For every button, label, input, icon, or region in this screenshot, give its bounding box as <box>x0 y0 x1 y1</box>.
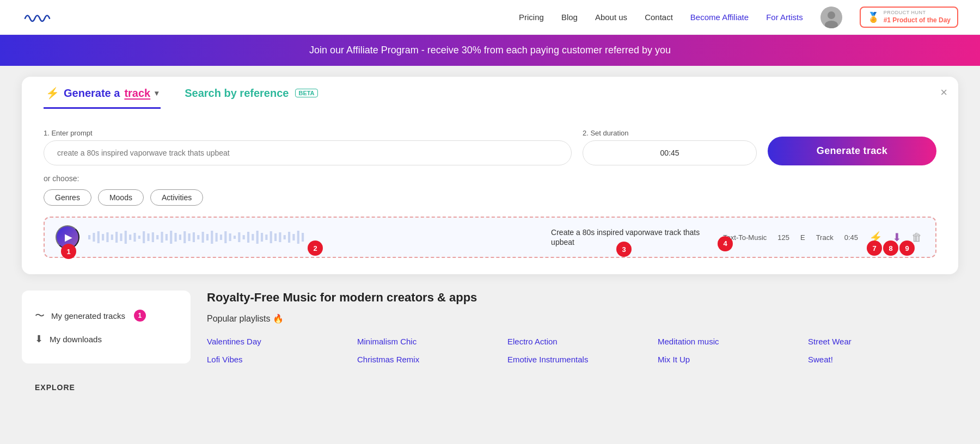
svg-rect-16 <box>147 233 149 241</box>
track-row-wrapper: ▶ 1 <box>44 217 936 258</box>
svg-rect-11 <box>125 231 127 244</box>
annotation-1: 1 <box>61 244 76 259</box>
waveform-icon: 〜 <box>35 309 45 322</box>
download-sidebar-icon: ⬇ <box>35 333 43 345</box>
avatar[interactable] <box>820 7 842 28</box>
svg-rect-39 <box>252 234 254 240</box>
playlist-emotive[interactable]: Emotive Instrumentals <box>507 353 658 366</box>
form-row: 1. Enter prompt 2. Set duration _ Genera… <box>44 125 936 165</box>
nav-affiliate[interactable]: Become Affiliate <box>690 13 749 22</box>
tab-search-reference[interactable]: Search by reference BETA <box>182 77 320 109</box>
affiliate-banner[interactable]: Join our Affiliate Program - receive 30%… <box>0 35 980 66</box>
my-tracks-label: My generated tracks <box>51 311 125 320</box>
svg-rect-32 <box>220 235 222 240</box>
svg-rect-45 <box>279 232 281 242</box>
generate-track-button[interactable]: Generate track <box>768 137 936 165</box>
prompt-group: 1. Enter prompt <box>44 129 572 165</box>
royalty-title: Royalty-Free Music for modern creators &… <box>207 291 958 305</box>
svg-rect-22 <box>174 233 176 242</box>
generate-card: ⚡ Generate a track ▾ Search by reference… <box>22 77 958 274</box>
svg-rect-23 <box>179 235 181 240</box>
svg-rect-17 <box>152 232 154 242</box>
svg-rect-4 <box>93 233 95 242</box>
svg-rect-46 <box>284 235 286 239</box>
svg-rect-50 <box>302 233 304 242</box>
track-label: Track <box>816 233 834 242</box>
prompt-label: 1. Enter prompt <box>44 129 572 137</box>
play-icon: ▶ <box>65 231 72 243</box>
tab-search-label: Search by reference <box>185 87 289 100</box>
filter-activities[interactable]: Activities <box>150 189 203 206</box>
svg-rect-43 <box>270 231 272 243</box>
playlist-minimalism[interactable]: Minimalism Chic <box>357 335 507 348</box>
playlist-lofi[interactable]: Lofi Vibes <box>207 353 357 366</box>
svg-rect-47 <box>288 232 290 243</box>
svg-rect-37 <box>243 235 245 239</box>
annotation-8: 8 <box>883 240 898 256</box>
nav-about[interactable]: About us <box>595 13 627 22</box>
playlist-sweat[interactable]: Sweat! <box>808 353 958 366</box>
tracks-count-badge: 1 <box>134 310 146 322</box>
my-downloads-label: My downloads <box>50 335 102 344</box>
svg-rect-25 <box>188 233 191 241</box>
explore-title: EXPLORE <box>22 383 191 392</box>
close-button[interactable]: × <box>940 85 947 100</box>
svg-rect-3 <box>88 235 90 239</box>
explore-section: EXPLORE <box>22 374 191 392</box>
svg-rect-49 <box>297 231 299 244</box>
nav-links: Pricing Blog About us Contact Become Aff… <box>519 7 958 28</box>
playlist-mixit[interactable]: Mix It Up <box>658 353 808 366</box>
playlist-streetwear[interactable]: Street Wear <box>808 335 958 348</box>
svg-rect-18 <box>156 235 158 239</box>
product-hunt-badge: 🏅 PRODUCT HUNT #1 Product of the Day <box>860 7 958 28</box>
svg-rect-36 <box>238 232 240 242</box>
svg-rect-21 <box>170 231 172 244</box>
playlist-electro[interactable]: Electro Action <box>507 335 658 348</box>
track-bpm: 125 <box>777 233 789 242</box>
banner-text: Join our Affiliate Program - receive 30%… <box>309 45 671 55</box>
svg-rect-12 <box>129 235 131 240</box>
bottom-section: 〜 My generated tracks 1 ⬇ My downloads E… <box>22 291 958 396</box>
svg-rect-14 <box>138 236 140 239</box>
svg-rect-29 <box>206 234 209 240</box>
svg-rect-44 <box>274 233 277 241</box>
main-area: Royalty-Free Music for modern creators &… <box>207 291 958 396</box>
track-waveform[interactable]: 2 <box>88 229 542 246</box>
svg-rect-9 <box>115 232 118 243</box>
duration-input[interactable] <box>583 140 757 165</box>
svg-rect-42 <box>265 235 267 240</box>
or-choose-label: or choose: <box>44 174 936 183</box>
sidebar-item-generated-tracks[interactable]: 〜 My generated tracks 1 <box>35 304 177 328</box>
beta-badge: BETA <box>295 89 317 97</box>
svg-rect-40 <box>256 231 259 244</box>
duration-group: 2. Set duration <box>583 129 757 165</box>
track-duration: 0:45 <box>844 233 858 242</box>
annotation-2: 2 <box>308 240 323 256</box>
track-key: E <box>800 233 805 242</box>
tab-generate[interactable]: ⚡ Generate a track ▾ <box>44 77 161 109</box>
nav-pricing[interactable]: Pricing <box>519 13 544 22</box>
prompt-input[interactable] <box>44 140 572 165</box>
svg-rect-31 <box>216 233 218 242</box>
playlist-meditation[interactable]: Meditation music <box>658 335 808 348</box>
svg-rect-48 <box>292 234 295 240</box>
sidebar-item-downloads[interactable]: ⬇ My downloads <box>35 328 177 350</box>
svg-rect-6 <box>102 234 104 240</box>
sidebar: 〜 My generated tracks 1 ⬇ My downloads E… <box>22 291 191 396</box>
product-label: PRODUCT HUNT <box>884 10 951 16</box>
filter-genres[interactable]: Genres <box>44 189 91 206</box>
tab-generate-label-pre: Generate a <box>64 87 120 100</box>
svg-rect-27 <box>197 235 199 239</box>
svg-point-1 <box>828 11 835 19</box>
logo[interactable] <box>22 8 54 27</box>
nav-blog[interactable]: Blog <box>561 13 578 22</box>
nav-artists[interactable]: For Artists <box>766 13 803 22</box>
nav-contact[interactable]: Contact <box>645 13 673 22</box>
tab-generate-highlight: track <box>124 87 150 100</box>
playlist-christmas[interactable]: Christmas Remix <box>357 353 507 366</box>
annotation-7: 7 <box>867 240 882 256</box>
svg-rect-19 <box>161 232 163 243</box>
playlist-valentines[interactable]: Valentines Day <box>207 335 357 348</box>
filter-moods[interactable]: Moods <box>98 189 144 206</box>
generate-group: _ Generate track <box>768 125 936 165</box>
